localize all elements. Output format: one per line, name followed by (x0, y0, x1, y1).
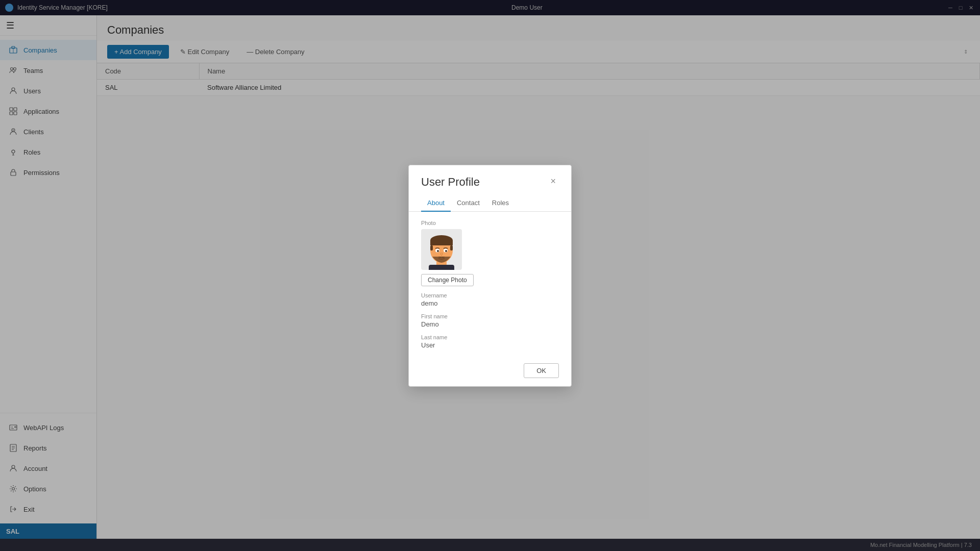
modal-header: User Profile × (409, 165, 571, 191)
firstname-label: First name (421, 313, 559, 319)
change-photo-button[interactable]: Change Photo (421, 274, 474, 286)
modal-title: User Profile (421, 176, 480, 189)
username-label: Username (421, 292, 559, 298)
modal-tabs: About Contact Roles (409, 195, 571, 212)
svg-rect-20 (429, 265, 454, 270)
tab-about[interactable]: About (421, 195, 451, 212)
avatar (421, 229, 462, 270)
lastname-label: Last name (421, 334, 559, 340)
svg-rect-23 (430, 240, 453, 245)
lastname-value: User (421, 341, 559, 349)
photo-label: Photo (421, 220, 559, 226)
modal-close-button[interactable]: × (547, 176, 559, 187)
tab-roles[interactable]: Roles (486, 195, 515, 212)
firstname-value: Demo (421, 320, 559, 328)
modal-body: Photo (409, 212, 571, 357)
modal-overlay[interactable]: User Profile × About Contact Roles Photo (0, 0, 980, 551)
tab-contact[interactable]: Contact (451, 195, 486, 212)
ok-button[interactable]: OK (524, 363, 559, 378)
photo-section: Photo (421, 220, 559, 286)
username-value: demo (421, 299, 559, 307)
modal-footer: OK (409, 357, 571, 386)
svg-rect-25 (450, 245, 453, 251)
svg-rect-24 (430, 245, 433, 251)
user-profile-modal: User Profile × About Contact Roles Photo (408, 165, 572, 387)
svg-point-29 (445, 250, 447, 252)
svg-point-28 (437, 250, 439, 252)
